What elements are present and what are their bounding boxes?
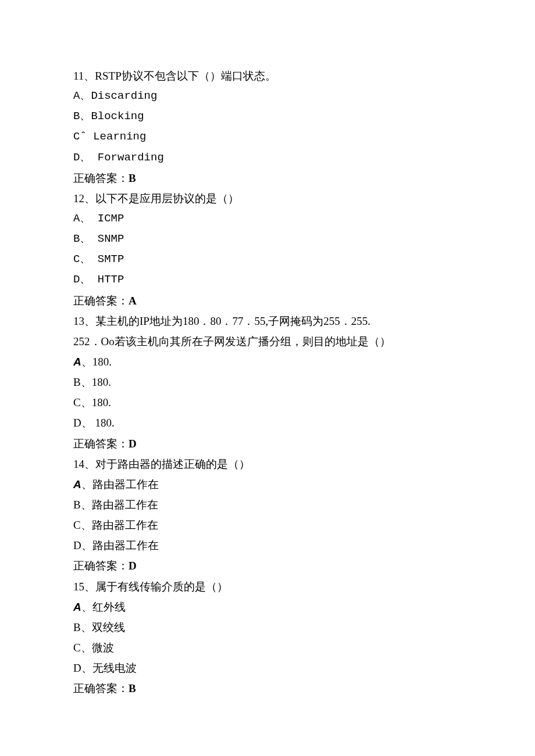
q13-option-a: A、180. (73, 352, 463, 372)
q14-answer: 正确答案：D (73, 556, 463, 576)
q14-option-d: D、路由器工作在 (73, 535, 463, 556)
q11-option-d: D、 Forwarding (73, 148, 463, 168)
document-body: 11、RSTP协议不包含以下（）端口状态。 A、Discarding B、Blo… (73, 66, 463, 698)
answer-label: 正确答案： (73, 295, 129, 307)
q13-option-c: C、180. (73, 392, 463, 413)
q14-option-a: A、路由器工作在 (73, 474, 463, 495)
q11-option-c: Cˆ Learning (73, 127, 463, 147)
answer-value: B (129, 682, 136, 694)
option-text: 、路由器工作在 (81, 478, 159, 490)
q15-option-a: A、红外线 (73, 597, 463, 617)
q15-option-b: B、双绞线 (73, 617, 463, 637)
option-letter: A (73, 356, 81, 368)
q12-answer: 正确答案：A (73, 291, 463, 311)
answer-label: 正确答案： (73, 438, 129, 450)
q13-option-d: D、 180. (73, 413, 463, 433)
answer-label: 正确答案： (73, 172, 129, 184)
q12-option-d: D、 HTTP (73, 270, 463, 290)
q12-stem: 12、以下不是应用层协议的是（） (73, 188, 463, 209)
q15-answer: 正确答案：B (73, 678, 463, 698)
q14-option-c: C、路由器工作在 (73, 515, 463, 535)
q12-option-b: B、 SNMP (73, 229, 463, 249)
q15-option-c: C、微波 (73, 637, 463, 658)
q12-option-a: A、 ICMP (73, 209, 463, 229)
q13-answer: 正确答案：D (73, 433, 463, 454)
q15-stem: 15、属于有线传输介质的是（） (73, 576, 463, 597)
q13-stem-line2: 252．Oo若该主机向其所在子网发送广播分组，则目的地址是（） (73, 331, 463, 352)
answer-value: D (129, 438, 137, 450)
answer-value: A (129, 295, 137, 307)
q15-option-d: D、无线电波 (73, 658, 463, 678)
q11-stem: 11、RSTP协议不包含以下（）端口状态。 (73, 66, 463, 86)
answer-value: D (129, 560, 137, 572)
q14-option-b: B、路由器工作在 (73, 495, 463, 515)
answer-label: 正确答案： (73, 682, 129, 694)
option-letter: A (73, 601, 81, 613)
q13-option-b: B、180. (73, 372, 463, 392)
q11-option-a: A、Discarding (73, 86, 463, 106)
q14-stem: 14、对于路由器的描述正确的是（） (73, 454, 463, 474)
q13-stem-line1: 13、某主机的IP地址为180．80．77．55,子网掩码为255．255. (73, 311, 463, 331)
option-letter: A (73, 478, 81, 490)
answer-label: 正确答案： (73, 560, 129, 572)
q11-answer: 正确答案：B (73, 168, 463, 188)
q11-option-b: B、Blocking (73, 106, 463, 127)
option-text: 、180. (81, 356, 112, 368)
answer-value: B (129, 172, 136, 184)
q12-option-c: C、 SMTP (73, 249, 463, 270)
option-text: 、红外线 (81, 601, 126, 613)
